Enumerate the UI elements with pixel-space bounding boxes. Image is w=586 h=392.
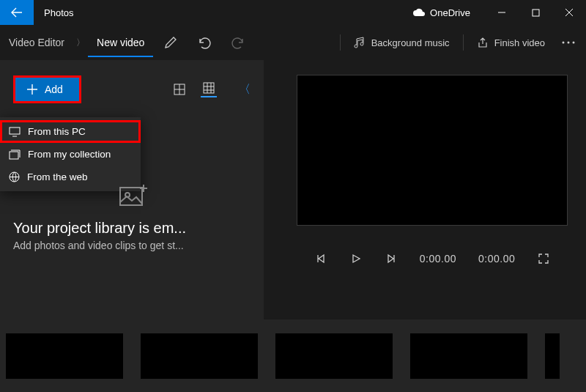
background-music-button[interactable]: Background music bbox=[345, 25, 459, 60]
breadcrumb-root[interactable]: Video Editor bbox=[0, 37, 73, 48]
back-button[interactable] bbox=[0, 0, 34, 25]
view-small-grid[interactable] bbox=[171, 81, 188, 97]
timeline-clip[interactable] bbox=[410, 333, 527, 379]
add-label: Add bbox=[45, 84, 63, 95]
add-button[interactable]: Add bbox=[13, 75, 81, 103]
pc-icon bbox=[9, 127, 21, 137]
onedrive-label: OneDrive bbox=[430, 7, 470, 18]
grid-3x3-icon bbox=[203, 82, 215, 94]
svg-rect-6 bbox=[10, 127, 20, 134]
dropdown-from-my-collection[interactable]: From my collection bbox=[0, 143, 141, 166]
svg-point-3 bbox=[573, 42, 575, 44]
window-controls bbox=[485, 0, 586, 25]
play-button[interactable] bbox=[349, 252, 363, 265]
undo-button[interactable] bbox=[188, 25, 220, 60]
library-empty-subtitle: Add photos and video clips to get st... bbox=[13, 240, 251, 251]
collapse-library-button[interactable]: 〈 bbox=[239, 82, 251, 97]
svg-rect-0 bbox=[533, 10, 539, 16]
main-area: Add 〈 From this PC From my collection bbox=[0, 60, 586, 319]
undo-icon bbox=[197, 36, 212, 49]
onedrive-status[interactable]: OneDrive bbox=[398, 0, 485, 25]
finish-label: Finish video bbox=[494, 37, 545, 48]
titlebar: Photos OneDrive bbox=[0, 0, 586, 25]
current-time: 0:00.00 bbox=[420, 253, 456, 265]
dd-from-collection-label: From my collection bbox=[28, 149, 111, 160]
app-title: Photos bbox=[34, 0, 398, 25]
pencil-icon bbox=[164, 36, 177, 49]
plus-icon bbox=[27, 84, 37, 95]
dd-from-pc-label: From this PC bbox=[28, 126, 86, 137]
next-frame-button[interactable] bbox=[385, 252, 398, 265]
play-icon bbox=[351, 254, 361, 264]
add-dropdown: From this PC From my collection From the… bbox=[0, 117, 141, 191]
minimize-icon bbox=[497, 8, 506, 17]
finish-video-button[interactable]: Finish video bbox=[468, 25, 554, 60]
player-controls: 0:00.00 0:00.00 bbox=[297, 252, 568, 265]
dd-from-web-label: From the web bbox=[27, 171, 88, 182]
timeline-clip[interactable] bbox=[141, 333, 258, 379]
cloud-icon bbox=[412, 8, 426, 17]
view-large-grid[interactable] bbox=[201, 81, 217, 97]
ellipsis-icon bbox=[562, 41, 575, 44]
timeline-clip[interactable] bbox=[275, 333, 393, 379]
music-icon bbox=[354, 37, 366, 48]
grid-2x2-icon bbox=[174, 84, 185, 95]
timeline-clip[interactable] bbox=[6, 333, 123, 379]
empty-library-icon bbox=[13, 183, 251, 210]
total-time: 0:00.00 bbox=[478, 253, 515, 265]
fullscreen-icon bbox=[538, 254, 549, 264]
storyboard-timeline[interactable] bbox=[0, 319, 586, 392]
svg-rect-7 bbox=[10, 152, 18, 159]
video-preview[interactable] bbox=[297, 75, 568, 226]
collection-icon bbox=[9, 149, 21, 160]
maximize-button[interactable] bbox=[519, 0, 552, 25]
library-empty-state: Your project library is em... Add photos… bbox=[13, 183, 251, 251]
rename-button[interactable] bbox=[155, 25, 187, 60]
project-library-panel: Add 〈 From this PC From my collection bbox=[0, 60, 264, 319]
svg-point-1 bbox=[563, 42, 565, 44]
close-icon bbox=[565, 8, 574, 17]
library-header-row: Add 〈 bbox=[13, 75, 251, 104]
bg-music-label: Background music bbox=[371, 37, 450, 48]
preview-panel: 0:00.00 0:00.00 bbox=[264, 60, 586, 319]
library-empty-title: Your project library is em... bbox=[13, 220, 251, 237]
prev-frame-button[interactable] bbox=[314, 252, 327, 265]
minimize-button[interactable] bbox=[485, 0, 519, 25]
step-fwd-icon bbox=[386, 254, 396, 264]
toolbar: Video Editor 〉 New video Background musi… bbox=[0, 25, 586, 60]
more-button[interactable] bbox=[555, 25, 582, 60]
chevron-right-icon: 〉 bbox=[75, 37, 86, 49]
svg-rect-5 bbox=[204, 83, 214, 93]
step-back-icon bbox=[316, 254, 326, 264]
breadcrumb-current[interactable]: New video bbox=[88, 37, 153, 57]
fullscreen-button[interactable] bbox=[537, 252, 550, 265]
globe-icon bbox=[9, 171, 20, 182]
redo-icon bbox=[231, 36, 245, 49]
export-icon bbox=[477, 37, 489, 48]
dropdown-from-this-pc[interactable]: From this PC bbox=[0, 120, 141, 143]
svg-rect-9 bbox=[120, 188, 142, 205]
maximize-icon bbox=[532, 9, 540, 17]
arrow-left-icon bbox=[11, 7, 23, 18]
timeline-clip[interactable] bbox=[545, 333, 560, 379]
close-button[interactable] bbox=[552, 0, 586, 25]
svg-point-2 bbox=[568, 42, 570, 44]
redo-button[interactable] bbox=[222, 25, 254, 60]
